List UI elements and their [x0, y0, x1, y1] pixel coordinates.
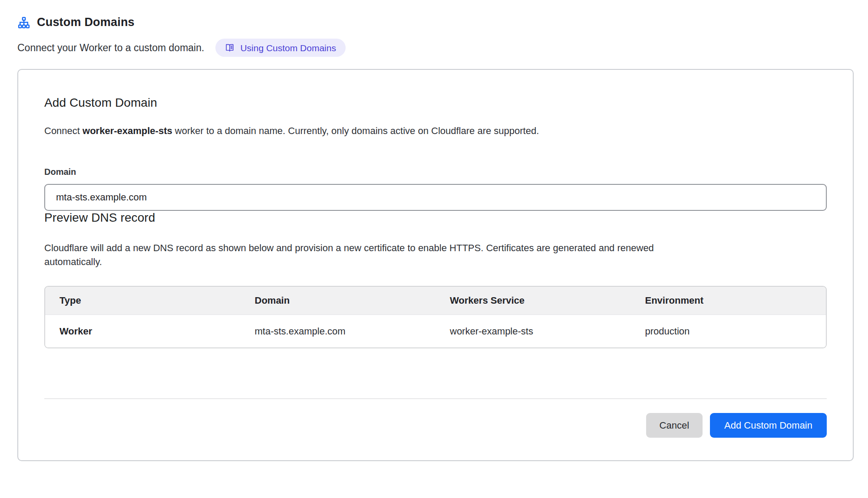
header-cell-environment: Environment	[631, 287, 826, 315]
card-heading: Add Custom Domain	[44, 96, 827, 110]
custom-domains-page: Custom Domains Connect your Worker to a …	[0, 0, 868, 461]
preview-dns-description: Cloudflare will add a new DNS record as …	[44, 241, 709, 269]
domain-input[interactable]	[44, 184, 827, 211]
cell-domain: mta-sts.example.com	[241, 315, 436, 348]
cell-environment: production	[631, 315, 826, 348]
sitemap-icon	[17, 16, 30, 29]
table-row: Worker mta-sts.example.com worker-exampl…	[45, 315, 826, 348]
cell-workers-service: worker-example-sts	[436, 315, 631, 348]
preview-dns-heading: Preview DNS record	[44, 211, 827, 225]
header-cell-domain: Domain	[241, 287, 436, 315]
docs-badge-label: Using Custom Domains	[240, 43, 336, 52]
intro-prefix: Connect	[44, 125, 83, 136]
worker-name: worker-example-sts	[83, 125, 172, 136]
add-custom-domain-button[interactable]: Add Custom Domain	[710, 413, 827, 438]
table-header-row: Type Domain Workers Service Environment	[45, 287, 826, 315]
intro-text: Connect worker-example-sts worker to a d…	[44, 125, 827, 137]
cancel-button[interactable]: Cancel	[646, 413, 703, 438]
page-header: Custom Domains	[17, 16, 854, 29]
docs-badge-link[interactable]: Using Custom Domains	[215, 39, 346, 57]
header-cell-type: Type	[45, 287, 241, 315]
page-title: Custom Domains	[37, 16, 135, 29]
add-custom-domain-card: Add Custom Domain Connect worker-example…	[17, 69, 854, 461]
page-subtitle-row: Connect your Worker to a custom domain. …	[17, 39, 854, 57]
intro-suffix: worker to a domain name. Currently, only…	[172, 125, 539, 136]
header-cell-workers-service: Workers Service	[436, 287, 631, 315]
footer-divider	[44, 398, 827, 399]
dns-preview-table: Type Domain Workers Service Environment …	[44, 286, 827, 348]
domain-label: Domain	[44, 167, 827, 177]
page-subtitle: Connect your Worker to a custom domain.	[17, 42, 204, 54]
card-actions: Cancel Add Custom Domain	[44, 413, 827, 438]
book-open-icon	[225, 43, 234, 52]
cell-type: Worker	[45, 315, 241, 348]
